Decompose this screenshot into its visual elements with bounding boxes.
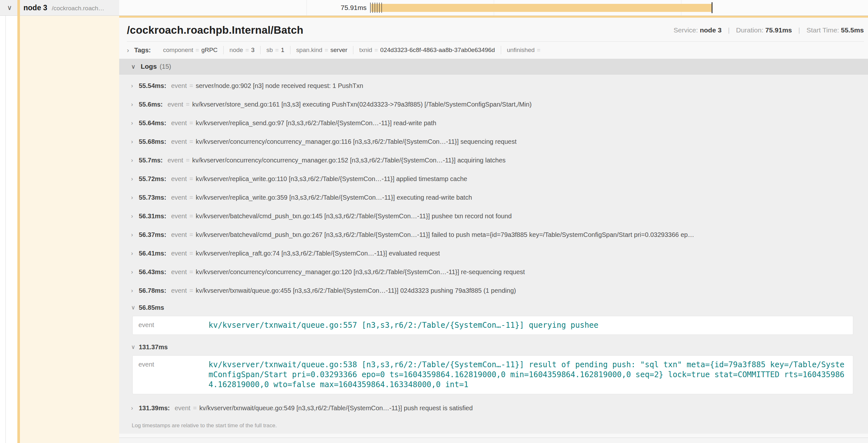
equals-glyph: = xyxy=(534,46,542,53)
span-timeline[interactable]: 75.91ms xyxy=(119,0,868,16)
log-key: event xyxy=(171,287,187,294)
log-timestamp: 55.64ms: xyxy=(139,120,166,127)
trace-span-detail-view: ∨ node 3/cockroach.roach… 75.91ms /cockr… xyxy=(0,0,868,443)
chevron-right-icon[interactable]: › xyxy=(131,194,139,201)
log-message: kv/kvserver/batcheval/cmd_push_txn.go:14… xyxy=(196,212,512,220)
span-row-title: node 3/cockroach.roach… xyxy=(24,0,104,16)
log-marker-tick xyxy=(370,3,371,13)
logs-section-toggle[interactable]: ∨ Logs (15) xyxy=(119,59,868,74)
log-key: event xyxy=(171,212,187,220)
tag-item: span.kind=server xyxy=(290,46,353,54)
tag-value: 3 xyxy=(251,46,255,53)
span-meta: Service: node 3 | Duration: 75.91ms | St… xyxy=(674,26,864,34)
equals-glyph: = xyxy=(187,268,196,276)
log-row-expanded-toggle[interactable]: ∨ 56.85ms xyxy=(131,300,853,315)
chevron-right-icon[interactable]: › xyxy=(131,120,139,127)
log-detail-key: event xyxy=(138,360,209,368)
span-row[interactable]: ∨ node 3/cockroach.roach… 75.91ms xyxy=(0,0,868,15)
log-row[interactable]: › 56.41ms: event = kv/kvserver/replica_r… xyxy=(131,244,853,263)
log-key: event xyxy=(171,175,187,183)
equals-glyph: = xyxy=(372,46,380,53)
service-value: node 3 xyxy=(700,26,721,34)
log-row[interactable]: › 55.6ms: event = kv/kvserver/store_send… xyxy=(131,95,853,114)
log-timestamp: 55.73ms: xyxy=(139,194,166,201)
log-row[interactable]: › 55.73ms: event = kv/kvserver/replica_w… xyxy=(131,188,853,207)
log-row[interactable]: › 56.31ms: event = kv/kvserver/batcheval… xyxy=(131,207,853,225)
log-marker-tick xyxy=(379,3,380,13)
chevron-right-icon[interactable]: › xyxy=(131,405,139,412)
equals-glyph: = xyxy=(187,250,196,257)
tag-key: txnid xyxy=(359,46,372,53)
tag-key: unfinished xyxy=(507,46,535,53)
chevron-right-icon[interactable]: › xyxy=(131,232,139,238)
log-key: event xyxy=(171,138,187,145)
tag-key: component xyxy=(163,46,193,53)
log-timestamp: 131.39ms: xyxy=(139,405,170,412)
log-message: server/node.go:902 [n3] node received re… xyxy=(196,82,363,90)
duration-value: 75.91ms xyxy=(765,26,792,34)
collapse-children-icon[interactable]: ∨ xyxy=(7,0,12,15)
log-row[interactable]: › 55.54ms: event = server/node.go:902 [n… xyxy=(131,76,853,95)
log-timestamp: 55.6ms: xyxy=(139,101,163,108)
log-row[interactable]: › 55.68ms: event = kv/kvserver/concurren… xyxy=(131,132,853,151)
log-message: kv/kvserver/concurrency/concurrency_mana… xyxy=(196,268,525,276)
tag-key: span.kind xyxy=(296,46,322,53)
log-message: kv/kvserver/replica_write.go:110 [n3,s3,… xyxy=(196,175,467,183)
span-detail-panel: /cockroach.roachpb.Internal/Batch Servic… xyxy=(0,15,868,443)
log-row[interactable]: › 56.43ms: event = kv/kvserver/concurren… xyxy=(131,263,853,281)
chevron-down-icon[interactable]: ∨ xyxy=(131,63,135,70)
tags-label: Tags: xyxy=(134,46,151,54)
equals-glyph: = xyxy=(187,175,196,183)
log-message: kv/kvserver/txnwait/queue.go:455 [n3,s3,… xyxy=(196,287,516,294)
chevron-right-icon[interactable]: › xyxy=(131,82,139,89)
equals-glyph: = xyxy=(187,82,196,90)
meta-separator: | xyxy=(723,26,734,34)
log-key: event xyxy=(171,82,187,90)
chevron-right-icon[interactable]: › xyxy=(131,157,139,164)
log-marker-tick-end xyxy=(712,2,713,13)
log-row[interactable]: › 56.78ms: event = kv/kvserver/txnwait/q… xyxy=(131,281,853,300)
chevron-right-icon[interactable]: › xyxy=(131,101,139,108)
duration-label: Duration: xyxy=(736,26,763,34)
log-key: event xyxy=(171,231,187,239)
log-timestamp: 55.68ms: xyxy=(139,138,166,145)
logs-footnote: Log timestamps are relative to the start… xyxy=(132,422,853,429)
tag-item: unfinished= xyxy=(501,46,549,54)
tag-value: 1 xyxy=(281,46,285,53)
tags-section-toggle[interactable]: › Tags: component=gRPC node=3 sb=1 span.… xyxy=(119,42,868,59)
chevron-right-icon[interactable]: › xyxy=(131,269,139,275)
chevron-right-icon[interactable]: › xyxy=(127,46,129,54)
chevron-right-icon[interactable]: › xyxy=(131,213,139,219)
chevron-down-icon[interactable]: ∨ xyxy=(131,343,139,350)
chevron-right-icon[interactable]: › xyxy=(131,138,139,145)
log-row[interactable]: › 55.64ms: event = kv/kvserver/replica_s… xyxy=(131,114,853,132)
log-timestamp: 56.43ms: xyxy=(139,268,166,276)
tag-item: component=gRPC xyxy=(157,46,224,54)
chevron-right-icon[interactable]: › xyxy=(131,250,139,257)
log-row[interactable]: › 56.37ms: event = kv/kvserver/batcheval… xyxy=(131,225,853,244)
log-key: event xyxy=(171,120,187,127)
equals-glyph: = xyxy=(187,138,196,145)
span-duration-bar[interactable] xyxy=(371,4,712,12)
span-color-stripe xyxy=(17,0,20,443)
log-row-expanded-toggle[interactable]: ∨ 131.37ms xyxy=(131,339,853,355)
log-detail-table: event kv/kvserver/txnwait/queue.go:538 [… xyxy=(132,355,853,394)
chevron-right-icon[interactable]: › xyxy=(131,287,139,294)
log-detail-table: event kv/kvserver/txnwait/queue.go:557 [… xyxy=(132,316,853,335)
log-row[interactable]: › 55.7ms: event = kv/kvserver/concurrenc… xyxy=(131,151,853,170)
log-detail-value: kv/kvserver/txnwait/queue.go:557 [n3,s3,… xyxy=(209,320,847,330)
equals-glyph: = xyxy=(187,194,196,201)
log-detail-value: kv/kvserver/txnwait/queue.go:538 [n3,s3,… xyxy=(209,360,847,390)
tag-item: txnid=024d3323-6c8f-4863-aa8b-37ab0e6349… xyxy=(353,46,500,54)
log-timestamp: 56.85ms xyxy=(139,304,164,311)
equals-glyph: = xyxy=(187,120,196,127)
log-row[interactable]: › 131.39ms: event = kv/kvserver/txnwait/… xyxy=(131,399,853,417)
chevron-down-icon[interactable]: ∨ xyxy=(131,304,139,311)
operation-title: /cockroach.roachpb.Internal/Batch xyxy=(127,24,303,36)
span-operation-name: /cockroach.roach… xyxy=(52,5,104,11)
chevron-right-icon[interactable]: › xyxy=(131,176,139,182)
log-row[interactable]: › 55.72ms: event = kv/kvserver/replica_w… xyxy=(131,170,853,188)
equals-glyph: = xyxy=(193,46,202,53)
log-message: kv/kvserver/replica_write.go:359 [n3,s3,… xyxy=(196,194,472,201)
log-timestamp: 55.54ms: xyxy=(139,82,166,90)
